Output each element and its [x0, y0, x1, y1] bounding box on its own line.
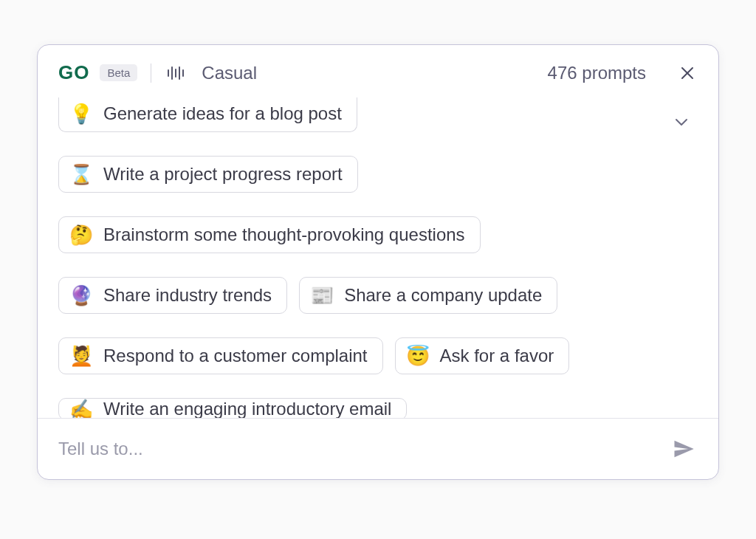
suggestion-label: Brainstorm some thought-provoking questi…	[103, 224, 465, 245]
suggestion-chip[interactable]: 💡 Generate ideas for a blog post	[58, 97, 357, 132]
close-button[interactable]	[677, 63, 698, 83]
writing-hand-icon: ✍️	[69, 399, 93, 418]
prompt-panel: GO Beta Casual 476 prompts 💡 Generate id…	[37, 44, 719, 480]
prompts-count: 476 prompts	[548, 63, 646, 83]
suggestion-label: Generate ideas for a blog post	[103, 103, 342, 124]
suggestion-chip[interactable]: 💆 Respond to a customer complaint	[58, 337, 383, 374]
hourglass-icon: ⌛	[69, 165, 93, 184]
beta-badge: Beta	[100, 64, 137, 81]
suggestion-chip[interactable]: 📰 Share a company update	[299, 277, 557, 314]
suggestion-label: Share a company update	[344, 285, 542, 306]
suggestion-label: Write a project progress report	[103, 164, 343, 185]
suggestion-label: Write an engaging introductory email	[103, 399, 391, 418]
suggestion-chip[interactable]: 🔮 Share industry trends	[58, 277, 287, 314]
panel-header: GO Beta Casual 476 prompts	[38, 45, 718, 97]
collapse-chevron[interactable]	[670, 113, 693, 131]
input-bar	[38, 418, 718, 479]
suggestion-label: Ask for a favor	[440, 346, 554, 366]
divider	[151, 63, 151, 83]
suggestion-chip[interactable]: ✍️ Write an engaging introductory email	[58, 398, 407, 418]
prompt-input[interactable]	[58, 439, 658, 459]
thinking-face-icon: 🤔	[69, 225, 93, 244]
lightbulb-icon: 💡	[69, 104, 93, 123]
suggestion-label: Share industry trends	[103, 285, 272, 306]
mode-selector[interactable]: Casual	[202, 63, 257, 83]
suggestions-list: 💡 Generate ideas for a blog post ⌛ Write…	[38, 97, 718, 418]
suggestion-chip[interactable]: 🤔 Brainstorm some thought-provoking ques…	[58, 216, 481, 253]
person-massage-icon: 💆	[69, 346, 93, 365]
app-logo: GO	[58, 61, 89, 84]
angel-face-icon: 😇	[406, 346, 430, 365]
suggestion-chip[interactable]: 😇 Ask for a favor	[395, 337, 570, 374]
send-button[interactable]	[670, 435, 698, 463]
suggestion-label: Respond to a customer complaint	[103, 346, 368, 366]
crystal-ball-icon: 🔮	[69, 286, 93, 305]
voice-icon[interactable]	[165, 63, 187, 83]
newspaper-icon: 📰	[310, 286, 334, 305]
suggestion-chip[interactable]: ⌛ Write a project progress report	[58, 156, 358, 193]
